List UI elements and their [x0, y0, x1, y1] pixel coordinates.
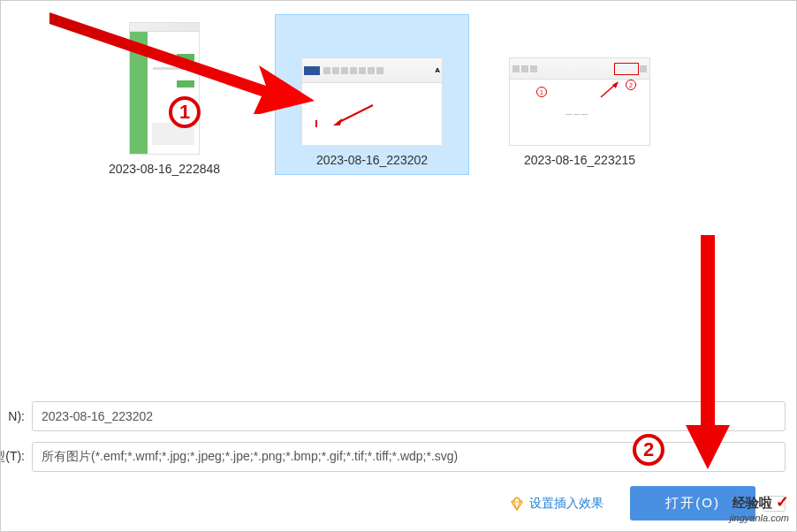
svg-marker-3: [612, 81, 619, 88]
file-item[interactable]: 3-16_222100: [0, 14, 54, 184]
filetype-label: 型(T):: [0, 449, 32, 465]
file-thumbnail: 1 2 — — —: [509, 57, 650, 146]
diamond-icon: [510, 497, 524, 511]
svg-line-0: [338, 105, 373, 123]
annotation-badge-1: 1: [169, 96, 201, 128]
file-label: 2023-08-16_222848: [109, 162, 220, 176]
svg-marker-1: [333, 118, 342, 125]
watermark-url: jingyanla.com: [730, 513, 789, 524]
file-label: 2023-08-16_223215: [524, 153, 635, 167]
insert-effect-text: 设置插入效果: [529, 496, 603, 512]
check-icon: ✓: [776, 493, 789, 511]
file-item[interactable]: 1 2 — — — 2023-08-16_223215: [482, 14, 677, 175]
file-thumbnail: A: [301, 57, 443, 146]
filename-input[interactable]: [32, 401, 786, 431]
file-label: 2023-08-16_223202: [316, 153, 428, 167]
file-item-selected[interactable]: A 2023-08-16_223202: [275, 14, 469, 175]
annotation-badge-2: 2: [633, 434, 664, 466]
file-item[interactable]: 2023-08-16_222848: [67, 14, 262, 184]
file-thumbnail: [129, 22, 200, 155]
filename-label: N):: [0, 409, 32, 423]
watermark: 经验啦 ✓ jingyanla.com: [730, 493, 789, 524]
file-browser-pane: 3-16_222100 2023-08-16_222848: [1, 1, 796, 248]
insert-effect-link[interactable]: 设置插入效果: [510, 496, 603, 512]
watermark-brand: 经验啦: [732, 495, 772, 510]
form-area: N): 型(T):: [1, 401, 786, 483]
filetype-input[interactable]: [32, 442, 786, 472]
